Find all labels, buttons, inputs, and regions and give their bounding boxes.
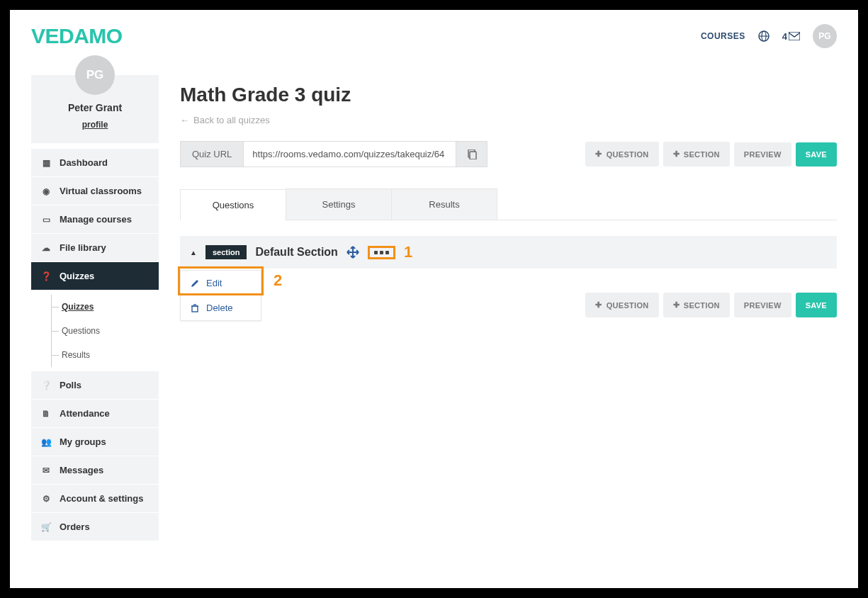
sidebar-item-file-library[interactable]: ☁ File library [31, 234, 159, 261]
main-content: Math Grade 3 quiz ← Back to all quizzes … [180, 55, 837, 317]
cart-icon: 🛒 [41, 522, 51, 532]
brand-logo[interactable]: VEDAMO [31, 24, 123, 48]
move-icon[interactable] [346, 246, 359, 259]
sidebar-item-my-groups[interactable]: 👥 My groups [31, 428, 159, 456]
globe-icon[interactable] [758, 30, 770, 42]
more-button[interactable] [368, 246, 395, 259]
add-section-button-2[interactable]: ✚SECTION [663, 293, 730, 317]
button-label: SECTION [684, 150, 720, 159]
sidebar-item-label: Quizzes [60, 271, 94, 281]
book-icon: ▭ [41, 215, 51, 225]
arrow-left-icon: ← [180, 115, 189, 125]
preview-button[interactable]: PREVIEW [734, 142, 791, 167]
collapse-icon[interactable]: ▲ [190, 249, 197, 256]
svg-rect-3 [789, 32, 800, 40]
profile-card: PG Peter Grant profile [31, 75, 159, 143]
dropdown-label: Delete [206, 303, 233, 313]
sidebar-item-messages[interactable]: ✉ Messages [31, 456, 159, 484]
grid-icon: ▦ [41, 158, 51, 168]
button-label: QUESTION [607, 150, 649, 159]
trash-icon [191, 304, 199, 312]
sidebar-item-attendance[interactable]: 🗎 Attendance [31, 400, 159, 427]
circle-icon: ◉ [41, 186, 51, 196]
sidebar-item-label: Messages [60, 465, 103, 475]
sidebar-item-dashboard[interactable]: ▦ Dashboard [31, 149, 159, 176]
page-title: Math Grade 3 quiz [180, 84, 837, 106]
avatar[interactable]: PG [813, 24, 837, 48]
sidebar-item-quizzes[interactable]: ❓ Quizzes [31, 262, 159, 290]
add-question-button-2[interactable]: ✚QUESTION [585, 293, 658, 317]
save-button-2[interactable]: SAVE [796, 293, 837, 317]
doc-icon: 🗎 [41, 409, 51, 419]
subnav-results[interactable]: Results [51, 343, 159, 367]
user-name: Peter Grant [38, 102, 152, 113]
dropdown-delete[interactable]: Delete [181, 295, 261, 320]
help-icon: ❓ [41, 271, 51, 281]
avatar-large: PG [75, 55, 115, 95]
sidebar-item-orders[interactable]: 🛒 Orders [31, 513, 159, 541]
back-link[interactable]: ← Back to all quizzes [180, 115, 837, 125]
svg-rect-6 [192, 306, 198, 312]
subnav-questions[interactable]: Questions [51, 319, 159, 343]
annotation-1: 1 [404, 243, 412, 261]
section-row: ▲ section Default Section 1 [180, 236, 837, 269]
subnav-quizzes[interactable]: Quizzes [51, 295, 159, 319]
plus-icon: ✚ [595, 150, 602, 159]
profile-link[interactable]: profile [82, 120, 108, 130]
sidebar-item-label: File library [60, 242, 106, 253]
nav-courses[interactable]: COURSES [701, 31, 745, 41]
notification-count: 4 [782, 31, 787, 42]
tab-questions[interactable]: Questions [180, 189, 286, 220]
annotation-box-2 [178, 266, 264, 295]
section-tag: section [205, 245, 247, 259]
plus-icon: ✚ [673, 150, 680, 159]
sidebar-item-polls[interactable]: ❔ Polls [31, 371, 159, 399]
add-section-button[interactable]: ✚SECTION [663, 142, 730, 167]
quiz-url-label: Quiz URL [180, 141, 244, 167]
cloud-icon: ☁ [41, 243, 51, 253]
notification-badge[interactable]: 4 [782, 31, 800, 42]
copy-url-button[interactable] [456, 141, 487, 167]
tabs: Questions Settings Results [180, 188, 837, 220]
gear-icon: ⚙ [41, 494, 51, 504]
sidebar-item-label: My groups [60, 436, 106, 447]
dots-icon [374, 251, 389, 254]
sidebar-item-manage-courses[interactable]: ▭ Manage courses [31, 205, 159, 233]
sidebar-item-label: Orders [60, 521, 90, 532]
sidebar-item-label: Dashboard [60, 157, 108, 168]
quiz-url-group: Quiz URL [180, 141, 487, 167]
sidebar-subnav: Quizzes Questions Results [31, 290, 159, 371]
section-title: Default Section [255, 246, 337, 259]
sidebar-item-label: Account & settings [60, 493, 143, 504]
sidebar-item-virtual-classrooms[interactable]: ◉ Virtual classrooms [31, 177, 159, 205]
help2-icon: ❔ [41, 380, 51, 390]
button-label: QUESTION [607, 301, 649, 310]
group-icon: 👥 [41, 437, 51, 447]
quiz-url-input[interactable] [244, 141, 456, 167]
sidebar-item-label: Attendance [60, 408, 110, 419]
tab-results[interactable]: Results [391, 188, 497, 220]
sidebar-item-label: Manage courses [60, 214, 132, 225]
sidebar-item-label: Polls [60, 380, 81, 390]
button-label: SECTION [684, 301, 720, 310]
back-link-label: Back to all quizzes [193, 115, 270, 125]
svg-rect-5 [470, 152, 476, 159]
sidebar: PG Peter Grant profile ▦ Dashboard ◉ Vir… [31, 55, 159, 541]
tab-settings[interactable]: Settings [286, 188, 392, 220]
copy-icon [467, 150, 477, 159]
annotation-2: 2 [274, 271, 282, 290]
plus-icon: ✚ [673, 300, 680, 310]
sidebar-item-account-settings[interactable]: ⚙ Account & settings [31, 485, 159, 512]
sidebar-item-label: Virtual classrooms [60, 186, 142, 196]
preview-button-2[interactable]: PREVIEW [734, 293, 791, 317]
add-question-button[interactable]: ✚QUESTION [585, 142, 658, 167]
plus-icon: ✚ [595, 300, 602, 310]
save-button[interactable]: SAVE [796, 142, 837, 167]
mail-icon: ✉ [41, 466, 51, 475]
